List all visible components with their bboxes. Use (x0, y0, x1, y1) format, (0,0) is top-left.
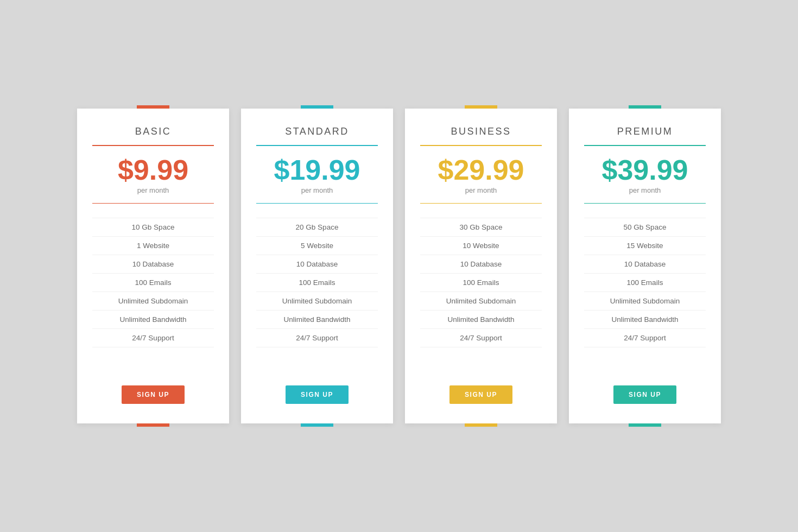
list-item: Unlimited Subdomain (420, 292, 542, 311)
plan-period-business: per month (465, 186, 497, 194)
list-item: Unlimited Subdomain (584, 292, 706, 311)
list-item: 10 Database (256, 255, 378, 274)
list-item: 30 Gb Space (420, 218, 542, 237)
card-bottom-bar-basic (137, 423, 169, 427)
list-item: 100 Emails (420, 274, 542, 292)
list-item: 100 Emails (92, 274, 214, 292)
plan-name-standard: STANDARD (285, 126, 349, 137)
card-bottom-bar-premium (629, 423, 661, 427)
features-list-business: 30 Gb Space10 Website10 Database100 Emai… (420, 218, 542, 369)
plan-period-premium: per month (629, 186, 661, 194)
list-item: Unlimited Bandwidth (256, 311, 378, 329)
list-item: 24/7 Support (92, 329, 214, 347)
signup-button-business[interactable]: SIGN UP (449, 385, 512, 404)
card-bottom-bar-standard (301, 423, 333, 427)
plan-price-premium: $39.99 (601, 156, 688, 184)
list-item: Unlimited Subdomain (256, 292, 378, 311)
card-top-bar-standard (301, 105, 333, 109)
plan-name-business: BUSINESS (451, 126, 511, 137)
list-item: Unlimited Bandwidth (584, 311, 706, 329)
list-item: Unlimited Bandwidth (92, 311, 214, 329)
signup-button-basic[interactable]: SIGN UP (122, 385, 185, 404)
pricing-container: BASIC$9.99per month10 Gb Space1 Website1… (77, 109, 721, 423)
pricing-card-business: BUSINESS$29.99per month30 Gb Space10 Web… (405, 109, 557, 423)
card-top-bar-premium (629, 105, 661, 109)
plan-price-basic: $9.99 (118, 156, 188, 184)
price-divider-business (420, 203, 542, 204)
pricing-card-premium: PREMIUM$39.99per month50 Gb Space15 Webs… (569, 109, 721, 423)
price-divider-premium (584, 203, 706, 204)
plan-divider-business (420, 145, 542, 146)
signup-button-premium[interactable]: SIGN UP (613, 385, 676, 404)
list-item: 15 Website (584, 237, 706, 255)
features-list-premium: 50 Gb Space15 Website10 Database100 Emai… (584, 218, 706, 369)
plan-name-basic: BASIC (135, 126, 172, 137)
list-item: Unlimited Bandwidth (420, 311, 542, 329)
list-item: 24/7 Support (256, 329, 378, 347)
pricing-card-standard: STANDARD$19.99per month20 Gb Space5 Webs… (241, 109, 393, 423)
plan-period-basic: per month (137, 186, 169, 194)
card-bottom-bar-business (465, 423, 497, 427)
plan-period-standard: per month (301, 186, 333, 194)
list-item: 10 Database (420, 255, 542, 274)
plan-price-standard: $19.99 (274, 156, 360, 184)
list-item: 24/7 Support (584, 329, 706, 347)
plan-name-premium: PREMIUM (617, 126, 673, 137)
plan-divider-standard (256, 145, 378, 146)
list-item: 20 Gb Space (256, 218, 378, 237)
features-list-basic: 10 Gb Space1 Website10 Database100 Email… (92, 218, 214, 369)
plan-divider-premium (584, 145, 706, 146)
list-item: 100 Emails (256, 274, 378, 292)
list-item: 24/7 Support (420, 329, 542, 347)
signup-button-standard[interactable]: SIGN UP (286, 385, 349, 404)
pricing-card-basic: BASIC$9.99per month10 Gb Space1 Website1… (77, 109, 229, 423)
plan-price-business: $29.99 (438, 156, 524, 184)
card-top-bar-basic (137, 105, 169, 109)
list-item: 1 Website (92, 237, 214, 255)
list-item: 5 Website (256, 237, 378, 255)
price-divider-standard (256, 203, 378, 204)
list-item: 100 Emails (584, 274, 706, 292)
list-item: 10 Website (420, 237, 542, 255)
features-list-standard: 20 Gb Space5 Website10 Database100 Email… (256, 218, 378, 369)
list-item: 10 Database (584, 255, 706, 274)
list-item: Unlimited Subdomain (92, 292, 214, 311)
list-item: 10 Database (92, 255, 214, 274)
plan-divider-basic (92, 145, 214, 146)
list-item: 10 Gb Space (92, 218, 214, 237)
price-divider-basic (92, 203, 214, 204)
list-item: 50 Gb Space (584, 218, 706, 237)
card-top-bar-business (465, 105, 497, 109)
